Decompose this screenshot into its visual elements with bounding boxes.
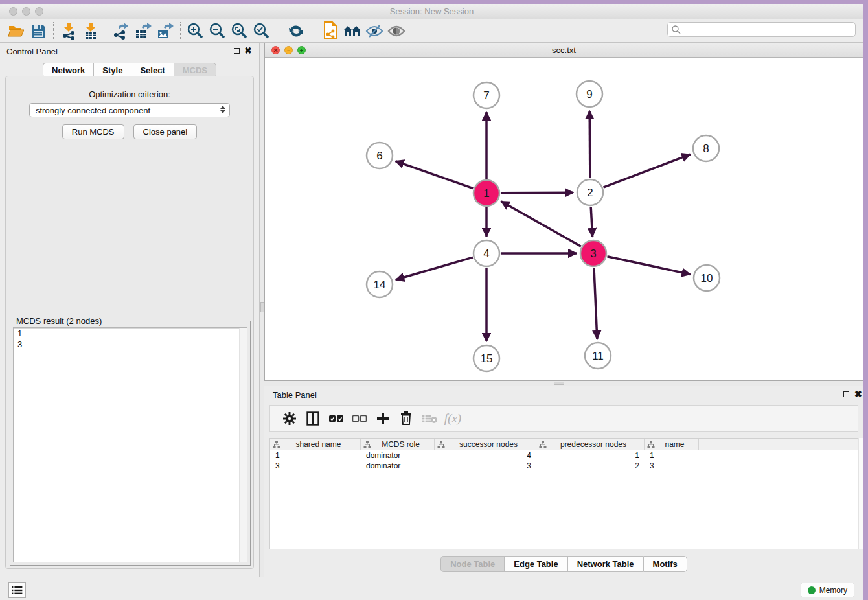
create-column-icon[interactable] — [371, 408, 394, 429]
graph-node-label-14: 14 — [374, 279, 386, 291]
table-panel: Table Panel ✖ — [264, 386, 863, 577]
table-panel-close-icon[interactable]: ✖ — [854, 388, 862, 400]
table-panel-float-icon[interactable] — [843, 391, 849, 397]
export-network-icon[interactable] — [110, 21, 132, 41]
graph-node-label-15: 15 — [481, 352, 493, 365]
dropdown-chevrons-icon — [220, 106, 225, 113]
control-panel-float-icon[interactable] — [234, 48, 240, 54]
session-title: Session: New Session — [0, 6, 863, 16]
tab-edge-table[interactable]: Edge Table — [504, 556, 567, 572]
mcds-panel: Optimization criterion: strongly connect… — [5, 76, 254, 569]
tab-network-table[interactable]: Network Table — [567, 556, 643, 572]
memory-button[interactable]: Memory — [801, 583, 854, 597]
table-cell[interactable]: dominator — [361, 450, 435, 461]
graph-node-label-1: 1 — [483, 187, 489, 200]
graph-edge-3-10[interactable] — [607, 257, 690, 275]
table-options-gear-icon[interactable] — [278, 408, 301, 429]
graph-edge-1-2[interactable] — [501, 192, 573, 193]
column-header-shared-name[interactable]: shared name — [270, 439, 361, 450]
table-row[interactable]: 3dominator323 — [270, 461, 858, 471]
hide-graphics-details-icon[interactable] — [363, 21, 385, 41]
column-header-name[interactable]: name — [645, 439, 699, 450]
graph-node-label-10: 10 — [701, 272, 713, 284]
import-table-icon[interactable] — [80, 21, 102, 41]
column-header-successor-nodes[interactable]: successor nodes — [435, 439, 536, 450]
mcds-result-line: 1 — [14, 328, 247, 339]
table-cell[interactable]: 3 — [645, 461, 699, 471]
table-cell[interactable]: 1 — [270, 450, 361, 461]
table-cell[interactable]: 3 — [270, 461, 361, 471]
memory-label: Memory — [819, 586, 847, 595]
column-header-predecessor-nodes[interactable]: predecessor nodes — [536, 439, 645, 450]
first-neighbors-icon[interactable] — [341, 21, 363, 41]
tab-motifs[interactable]: Motifs — [643, 556, 687, 572]
graph-edge-4-14[interactable] — [396, 257, 473, 280]
application-window: Session: New Session — [0, 0, 868, 600]
graph-node-label-11: 11 — [592, 350, 604, 362]
graph-edge-3-11[interactable] — [594, 268, 597, 339]
table-cell[interactable]: 2 — [536, 461, 645, 471]
column-header-MCDS-role[interactable]: MCDS role — [361, 439, 435, 450]
search-box[interactable] — [667, 22, 856, 37]
zoom-fit-icon[interactable] — [229, 21, 251, 41]
graph-edge-2-3[interactable] — [591, 207, 592, 237]
network-canvas[interactable]: 7968124314101511 — [265, 58, 863, 380]
function-builder-icon-disabled: f(x) — [441, 408, 464, 429]
dropdown-value: strongly connected component — [36, 106, 150, 115]
column-type-icon — [363, 441, 371, 448]
export-table-icon[interactable] — [132, 21, 154, 41]
save-session-icon[interactable] — [27, 21, 49, 41]
table-cell[interactable]: dominator — [361, 461, 435, 471]
main-toolbar — [0, 19, 863, 43]
optimization-criterion-label: Optimization criterion: — [6, 89, 253, 99]
graph-edge-2-9[interactable] — [589, 111, 590, 178]
column-type-icon — [647, 441, 655, 448]
vertical-splitter[interactable] — [259, 43, 264, 577]
run-mcds-button[interactable]: Run MCDS — [62, 124, 124, 139]
graph-node-label-8: 8 — [703, 143, 709, 155]
node-table: shared nameMCDS rolesuccessor nodesprede… — [269, 438, 858, 549]
table-cell[interactable]: 4 — [435, 450, 536, 461]
export-image-icon[interactable] — [154, 21, 176, 41]
table-cell[interactable]: 1 — [645, 450, 699, 461]
splitter-grip[interactable] — [554, 382, 564, 385]
graph-node-label-4: 4 — [483, 248, 489, 260]
toolbar-separator — [277, 22, 277, 40]
control-panel-close-icon[interactable]: ✖ — [244, 45, 252, 56]
import-network-icon[interactable] — [58, 21, 80, 41]
network-window-titlebar[interactable]: ✕ − + scc.txt — [265, 43, 863, 58]
table-row[interactable]: 1dominator411 — [270, 450, 858, 461]
control-panel: Control Panel ✖ NetworkStyleSelectMCDS O… — [0, 43, 259, 577]
show-column-icon[interactable] — [301, 408, 325, 429]
graph-edge-3-1[interactable] — [501, 202, 581, 246]
apply-layout-refresh-icon[interactable] — [285, 21, 307, 41]
graph-edge-2-8[interactable] — [604, 154, 691, 187]
tab-node-table[interactable]: Node Table — [440, 556, 504, 572]
show-graphics-details-icon[interactable] — [385, 21, 407, 41]
mcds-result-title: MCDS result (2 nodes) — [14, 316, 104, 326]
new-network-from-selection-icon[interactable] — [319, 21, 341, 41]
close-panel-button[interactable]: Close panel — [133, 124, 198, 139]
memory-status-icon — [808, 586, 816, 594]
clear-selection-icon[interactable] — [348, 408, 371, 429]
select-all-rows-icon[interactable] — [325, 408, 348, 429]
open-session-icon[interactable] — [5, 21, 27, 41]
mcds-result-textarea[interactable]: 13 — [13, 327, 247, 562]
table-scrollbar[interactable] — [858, 438, 863, 549]
graph-edge-1-6[interactable] — [396, 161, 474, 189]
horizontal-splitter[interactable] — [264, 381, 863, 386]
search-input[interactable] — [681, 23, 855, 36]
table-cell[interactable]: 3 — [435, 461, 536, 471]
toolbar-separator — [106, 22, 106, 40]
zoom-in-icon[interactable] — [185, 21, 207, 41]
delete-columns-trash-icon[interactable] — [394, 408, 418, 429]
table-toolbar: f(x) — [269, 405, 858, 432]
zoom-out-icon[interactable] — [207, 21, 229, 41]
optimization-criterion-dropdown[interactable]: strongly connected component — [29, 103, 230, 117]
task-history-button[interactable] — [8, 582, 26, 598]
table-cell[interactable]: 1 — [536, 450, 645, 461]
table-panel-title: Table Panel — [273, 390, 317, 400]
result-scrollbar[interactable] — [239, 328, 247, 562]
table-tabstrip: Node TableEdge TableNetwork TableMotifs — [264, 556, 863, 572]
zoom-selected-icon[interactable] — [251, 21, 273, 41]
